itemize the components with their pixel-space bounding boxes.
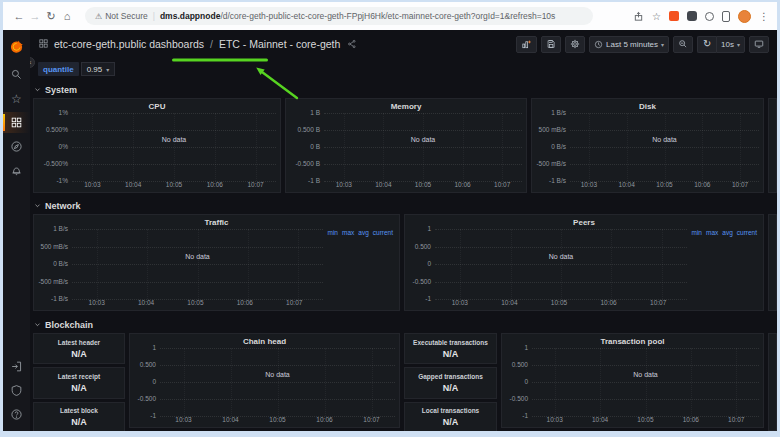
panel-title[interactable]: Chain head xyxy=(130,334,399,346)
v-gridline xyxy=(691,348,692,416)
screenshot-frame: ← → ↻ ⌂ ⚠ Not Secure | dms.dappnode/d/co… xyxy=(0,0,780,437)
legend-item[interactable]: min xyxy=(328,229,338,299)
stat-gapped-transactions: Gapped transactions N/A xyxy=(404,367,497,398)
y-axis: 1 B/s500 mB/s0 B/s-500 mB/s-1 B/s xyxy=(38,229,72,299)
grafana-logo[interactable] xyxy=(3,35,30,57)
y-axis: 1 B/s500 mB/s0 B/s-500 mB/s-1 B/s xyxy=(536,113,570,181)
clipped-panel xyxy=(768,333,777,431)
dashboard-title[interactable]: ETC - Mainnet - core-geth xyxy=(219,38,340,50)
dashboard-nav: etc-core-geth.public dashboards / ETC - … xyxy=(30,30,777,58)
panel-title[interactable]: CPU xyxy=(34,99,280,111)
stat-title[interactable]: Executable transactions xyxy=(413,339,488,346)
x-tick-label: 10:06 xyxy=(668,416,713,426)
panel-title[interactable]: Peers xyxy=(405,215,763,227)
panel-title[interactable]: Disk xyxy=(532,99,763,111)
panel-title[interactable]: Transaction pool xyxy=(502,334,763,346)
stat-executable-transactions: Executable transactions N/A xyxy=(404,333,497,364)
add-panel-button[interactable] xyxy=(516,36,537,53)
sidebar-signin-icon[interactable] xyxy=(3,356,30,377)
stat-local-transactions: Local transactions N/A xyxy=(404,402,497,431)
legend-item[interactable]: current xyxy=(373,229,393,299)
legend-item[interactable]: max xyxy=(706,229,718,299)
legend: minmaxavgcurrent xyxy=(323,229,395,299)
extension-icon[interactable] xyxy=(669,11,679,21)
row-label: System xyxy=(45,85,77,95)
stat-title[interactable]: Latest receipt xyxy=(58,373,100,380)
share-dashboard-icon[interactable] xyxy=(345,35,357,53)
legend-item[interactable]: max xyxy=(342,229,354,299)
v-gridline xyxy=(611,229,612,299)
extension-icon[interactable] xyxy=(722,11,730,22)
row-header-blockchain[interactable]: Blockchain xyxy=(33,318,777,331)
browser-home-icon[interactable]: ⌂ xyxy=(59,10,75,22)
x-axis: 10:0310:0410:0510:0610:07 xyxy=(38,181,276,191)
chevron-down-icon: ▾ xyxy=(106,66,109,73)
extension-icon[interactable] xyxy=(687,11,697,21)
x-tick-label: 10:05 xyxy=(534,299,584,309)
y-axis: 1 B0.500 B0 B-0.500 B-1 B xyxy=(290,113,324,181)
time-range-picker[interactable]: Last 5 minutes ▾ xyxy=(589,36,669,53)
stat-title[interactable]: Latest header xyxy=(58,339,100,346)
extension-icon[interactable] xyxy=(705,12,714,21)
dashboard-settings-button[interactable] xyxy=(565,36,585,53)
plot-area[interactable]: No data xyxy=(160,348,395,416)
legend-item[interactable]: avg xyxy=(722,229,732,299)
legend-item[interactable]: min xyxy=(692,229,702,299)
v-gridline xyxy=(702,113,703,181)
dashboard-grid-icon xyxy=(38,35,49,53)
stat-latest-receipt: Latest receipt N/A xyxy=(33,367,125,398)
row-header-network[interactable]: Network xyxy=(33,199,777,212)
stat-title[interactable]: Local transactions xyxy=(422,407,479,414)
browser-back-icon[interactable]: ← xyxy=(11,10,27,22)
save-dashboard-button[interactable] xyxy=(541,36,561,53)
plot-area[interactable]: No data xyxy=(570,113,759,181)
plot-area[interactable]: No data xyxy=(72,229,323,299)
browser-forward-icon[interactable]: → xyxy=(27,10,43,22)
plot-area[interactable]: No data xyxy=(72,113,276,181)
stat-title[interactable]: Latest block xyxy=(60,407,98,414)
v-gridline xyxy=(372,348,373,416)
panel-title[interactable]: Traffic xyxy=(34,215,399,227)
browser-reload-icon[interactable]: ↻ xyxy=(43,10,59,23)
profile-avatar[interactable] xyxy=(738,10,751,23)
stat-value: N/A xyxy=(443,349,459,359)
legend-item[interactable]: current xyxy=(737,229,757,299)
browser-menu-icon[interactable]: ⋮ xyxy=(759,11,769,22)
h-gridline xyxy=(72,282,323,283)
panel-row-system: CPU 1%0.500%0%-0.500%-1% No data 10:0310… xyxy=(33,98,777,193)
v-gridline xyxy=(502,113,503,181)
h-gridline xyxy=(570,164,759,165)
legend-item[interactable]: avg xyxy=(358,229,368,299)
sidebar-admin-icon[interactable] xyxy=(3,380,30,401)
v-gridline xyxy=(325,348,326,416)
variable-value-dropdown[interactable]: 0.95 ▾ xyxy=(81,62,116,76)
panel-cpu: CPU 1%0.500%0%-0.500%-1% No data 10:0310… xyxy=(33,98,281,193)
x-tick-label: 10:04 xyxy=(121,299,170,309)
v-gridline xyxy=(215,113,216,181)
row-header-system[interactable]: System xyxy=(33,83,777,96)
refresh-dashboard-button[interactable]: ↻ xyxy=(697,36,716,53)
bookmark-star-icon[interactable]: ☆ xyxy=(652,11,661,22)
plot-area[interactable]: No data xyxy=(435,229,687,299)
sidebar-alerting-icon[interactable] xyxy=(3,160,30,181)
zoom-out-time-button[interactable] xyxy=(673,36,693,53)
address-bar[interactable]: ⚠ Not Secure | dms.dappnode/d/core-geth-… xyxy=(85,7,593,25)
x-tick-label: 10:07 xyxy=(482,181,522,191)
panel-title[interactable]: Memory xyxy=(286,99,526,111)
x-axis: 10:0310:0410:0510:0610:07 xyxy=(290,181,522,191)
sidebar-dashboards-icon[interactable] xyxy=(3,112,30,133)
refresh-interval-picker[interactable]: 10s ▾ xyxy=(716,36,745,53)
y-tick-label: -0.500 xyxy=(510,396,528,402)
plot-area[interactable]: No data xyxy=(532,348,759,416)
share-icon[interactable] xyxy=(633,11,644,22)
sidebar-help-icon[interactable] xyxy=(3,404,30,425)
plot-area[interactable]: No data xyxy=(324,113,522,181)
sidebar-favorites-icon[interactable]: ☆ xyxy=(3,88,30,109)
cycle-view-mode-button[interactable] xyxy=(749,36,769,53)
stat-value: N/A xyxy=(71,417,87,427)
breadcrumb-folder[interactable]: etc-core-geth.public dashboards xyxy=(54,38,204,50)
security-label[interactable]: Not Secure xyxy=(105,11,148,21)
sidebar-explore-icon[interactable] xyxy=(3,136,30,157)
stat-title[interactable]: Gapped transactions xyxy=(418,373,483,380)
sidebar-search-icon[interactable] xyxy=(3,64,30,85)
